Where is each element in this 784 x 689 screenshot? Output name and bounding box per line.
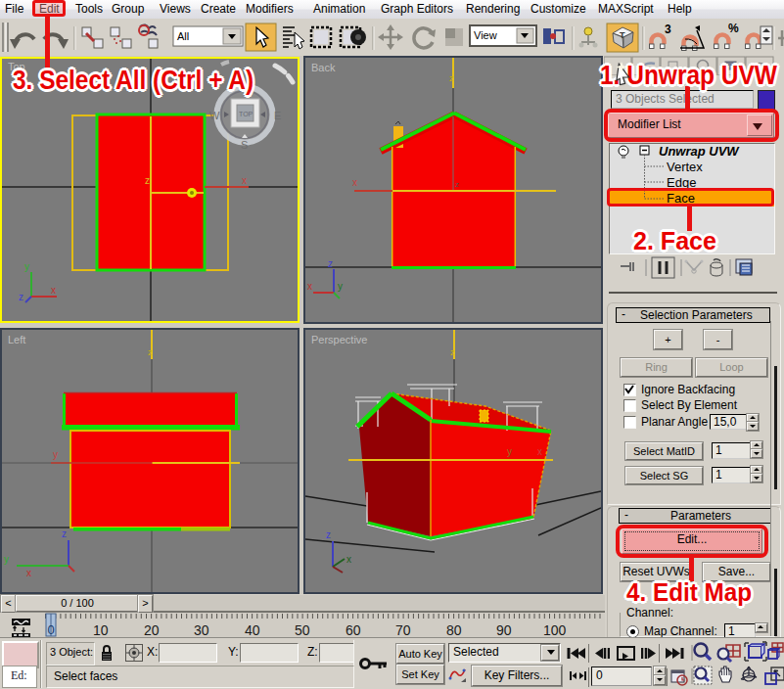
svg-text:x: x [242,175,247,186]
svg-text:x: x [307,281,312,292]
svg-text:z: z [62,528,67,539]
svg-text:TOP: TOP [239,111,254,117]
svg-text:20: 20 [144,622,160,637]
svg-text:100: 100 [543,622,567,637]
svg-text:y: y [53,449,58,460]
svg-text:E: E [274,110,281,121]
svg-text:z: z [328,258,333,269]
svg-text:View: View [474,29,497,41]
svg-text:%: % [728,22,739,35]
svg-text:x: x [26,568,31,578]
svg-text:x: x [51,285,56,296]
svg-text:10: 10 [93,622,109,637]
svg-text:Vertex: Vertex [667,160,703,174]
svg-text:80: 80 [446,622,462,637]
svg-text:x: x [346,554,351,565]
svg-text:W: W [209,110,220,121]
svg-text:S: S [241,139,248,151]
svg-text:y: y [338,281,343,292]
svg-text:z: z [450,347,455,357]
svg-text:40: 40 [245,622,260,637]
svg-text:Left: Left [8,334,25,345]
svg-text:y: y [507,446,512,457]
svg-text:Perspective: Perspective [311,334,367,345]
svg-text:0: 0 [48,622,55,637]
svg-text:z: z [148,347,153,357]
svg-text:z: z [326,529,331,540]
svg-text:Back: Back [311,62,336,73]
svg-text:z: z [19,292,23,302]
svg-text:30: 30 [194,622,209,637]
svg-text:y: y [24,261,29,272]
svg-text:y: y [4,554,9,565]
svg-text:T: T [620,30,625,40]
svg-text:Unwrap UVW: Unwrap UVW [659,144,740,159]
svg-text:All: All [177,30,189,42]
svg-text:x: x [352,177,357,188]
svg-text:3: 3 [665,23,671,36]
svg-text:z: z [455,180,459,189]
svg-text:50: 50 [295,622,310,637]
svg-text:z: z [449,73,454,83]
svg-text:90: 90 [496,622,512,637]
svg-text:60: 60 [346,622,361,637]
svg-text:z: z [145,175,150,186]
svg-text:x: x [537,446,542,457]
svg-text:70: 70 [395,622,411,637]
